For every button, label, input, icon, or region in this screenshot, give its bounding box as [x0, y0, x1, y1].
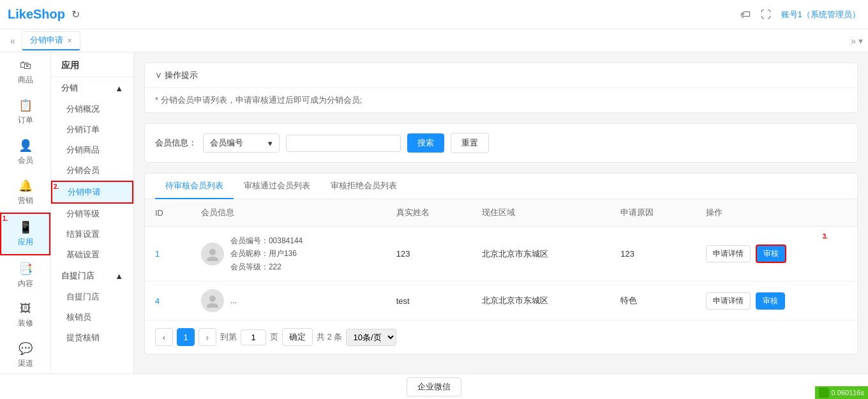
menu-item-fxyy[interactable]: 分销会员	[51, 160, 133, 181]
search-label: 会员信息：	[155, 137, 197, 149]
menu-item-fxsp[interactable]: 分销商品	[51, 140, 133, 160]
group-pickup-icon: ▲	[115, 271, 123, 281]
sidebar-item-marketing[interactable]: 🔔 营销	[0, 172, 50, 213]
col-real-name: 真实姓名	[386, 199, 472, 227]
table-header-row: ID 会员信息 真实姓名 现住区域 申请原因 操作	[145, 199, 857, 227]
member-id-link-1[interactable]: 1	[155, 249, 160, 259]
svg-point-0	[209, 249, 216, 255]
cell-member-info-1: 会员编号：00384144 会员昵称：用户136 会员等级：222	[191, 227, 386, 282]
member-details-1: 会员编号：00384144 会员昵称：用户136 会员等级：222	[230, 234, 303, 273]
op-hint-title[interactable]: ∨ 操作提示	[145, 63, 857, 88]
member-level-1: 会员等级：222	[230, 260, 303, 273]
sidebar-label-app: 应用	[18, 237, 33, 248]
tab-pending[interactable]: 待审核会员列表	[155, 174, 234, 199]
search-bar: 会员信息： 会员编号 ▾ 搜索 重置	[144, 123, 858, 163]
tab-collapse-button[interactable]: «	[5, 36, 20, 46]
tab-close-icon[interactable]: ✕	[67, 37, 72, 44]
order-icon: 📋	[19, 98, 33, 112]
cell-reason-1: 123	[610, 227, 696, 282]
fullscreen-icon[interactable]: ⛶	[761, 9, 771, 20]
member-id-2: 4	[155, 296, 160, 306]
avatar-1	[201, 243, 224, 266]
tab-next-icon[interactable]: »	[851, 36, 856, 46]
page-1-button[interactable]: 1	[177, 328, 195, 346]
version-icon	[819, 388, 829, 398]
table-row: 4 ... test	[145, 282, 857, 320]
secondary-sidebar-title: 应用	[51, 52, 133, 77]
cell-real-name-1: 123	[386, 227, 472, 282]
refresh-icon[interactable]: ↻	[71, 8, 80, 20]
menu-item-fxdj[interactable]: 分销等级	[51, 204, 133, 224]
select-value: 会员编号	[210, 137, 243, 149]
sidebar-item-channel[interactable]: 💬 渠道	[0, 335, 50, 373]
detail-button-2[interactable]: 申请详情	[706, 292, 751, 310]
sidebar-item-decor[interactable]: 🖼 装修	[0, 296, 50, 335]
member-details-2: ...	[230, 294, 237, 307]
menu-item-ztmd[interactable]: 自提门店	[51, 287, 133, 307]
goto-label: 到第	[220, 331, 237, 343]
menu-item-tghx[interactable]: 提货核销	[51, 327, 133, 348]
svg-point-2	[209, 296, 216, 302]
content-icon: 📑	[19, 262, 33, 276]
version-text: 0.060116s	[832, 389, 864, 396]
annotation-1: 1.	[3, 215, 8, 222]
detail-button-1[interactable]: 申请详情	[706, 245, 751, 262]
col-region: 现住区域	[472, 199, 610, 227]
cell-id-2: 4	[145, 282, 191, 320]
secondary-sidebar: 应用 分销 ▲ 分销概况 分销订单 分销商品 分销会员 2. 分销申请 分销等级…	[51, 52, 134, 373]
page-input[interactable]	[241, 329, 266, 345]
group-label-distribution[interactable]: 分销 ▲	[51, 77, 133, 99]
col-reason: 申请原因	[610, 199, 696, 227]
content-area: ∨ 操作提示 * 分销会员申请列表，申请审核通过后即可成为分销会员; 会员信息：…	[134, 52, 868, 373]
search-button[interactable]: 搜索	[407, 133, 444, 153]
menu-item-jcsz[interactable]: 基础设置	[51, 245, 133, 265]
sidebar-item-content[interactable]: 📑 内容	[0, 255, 50, 296]
prev-page-button[interactable]: ‹	[155, 328, 173, 346]
group-label-pickup[interactable]: 自提门店 ▲	[51, 265, 133, 287]
reset-button[interactable]: 重置	[451, 133, 489, 153]
table-tab-nav: 待审核会员列表 审核通过会员列表 审核拒绝会员列表	[145, 174, 857, 199]
menu-item-fxgk[interactable]: 分销概况	[51, 99, 133, 119]
tag-icon[interactable]: 🏷	[740, 9, 751, 20]
group-collapse-icon: ▲	[115, 84, 123, 93]
page-confirm-button[interactable]: 确定	[282, 328, 313, 346]
topbar-right: 🏷 ⛶ 账号1（系统管理员）	[740, 9, 860, 20]
menu-item-fxdd[interactable]: 分销订单	[51, 119, 133, 140]
cell-region-1: 北京北京市东城区	[472, 227, 610, 282]
account-label[interactable]: 账号1（系统管理员）	[781, 9, 860, 20]
search-input[interactable]	[286, 135, 401, 152]
sidebar-label-marketing: 营销	[18, 195, 33, 206]
sidebar-item-goods[interactable]: 🛍 商品	[0, 52, 50, 92]
member-no-1: 会员编号：00384144	[230, 234, 303, 247]
sidebar-label-member: 会员	[18, 155, 33, 166]
tab-expand-area: » ▾	[851, 36, 863, 46]
enterprise-wechat-button[interactable]: 企业微信	[407, 377, 461, 396]
cell-member-info-2: ...	[191, 282, 386, 320]
sidebar-label-goods: 商品	[18, 75, 33, 86]
tab-rejected[interactable]: 审核拒绝会员列表	[320, 174, 407, 199]
page-size-select[interactable]: 10条/页	[346, 329, 396, 346]
sidebar-label-content: 内容	[18, 278, 33, 289]
next-page-button[interactable]: ›	[198, 328, 216, 346]
audit-button-2[interactable]: 审核	[756, 292, 785, 310]
audit-button-1[interactable]: 审核	[756, 245, 786, 263]
menu-item-fxsq-label: 分销申请	[68, 187, 101, 197]
menu-item-hxy[interactable]: 核销员	[51, 307, 133, 327]
sidebar: 🛍 商品 📋 订单 👤 会员 🔔 营销 1. 📱 应用 📑 内容 🖼 装修	[0, 52, 51, 373]
menu-item-jssz[interactable]: 结算设置	[51, 224, 133, 245]
tab-dropdown-icon[interactable]: ▾	[858, 36, 863, 46]
operation-hint-box: ∨ 操作提示 * 分销会员申请列表，申请审核通过后即可成为分销会员;	[144, 63, 858, 113]
sidebar-item-order[interactable]: 📋 订单	[0, 92, 50, 132]
tab-approved[interactable]: 审核通过会员列表	[234, 174, 320, 199]
sidebar-item-app[interactable]: 1. 📱 应用	[0, 213, 50, 255]
member-icon: 👤	[19, 139, 33, 153]
sidebar-item-member[interactable]: 👤 会员	[0, 132, 50, 172]
col-action: 操作	[696, 199, 857, 227]
total-text: 共 2 条	[317, 331, 342, 343]
menu-item-fxsq[interactable]: 2. 分销申请	[51, 181, 133, 204]
member-info-2: ...	[201, 289, 376, 312]
sidebar-label-channel: 渠道	[18, 358, 33, 369]
member-info-select[interactable]: 会员编号 ▾	[203, 133, 280, 153]
logo: LikeShop	[8, 7, 65, 22]
active-tab[interactable]: 分销申请 ✕	[22, 31, 80, 50]
